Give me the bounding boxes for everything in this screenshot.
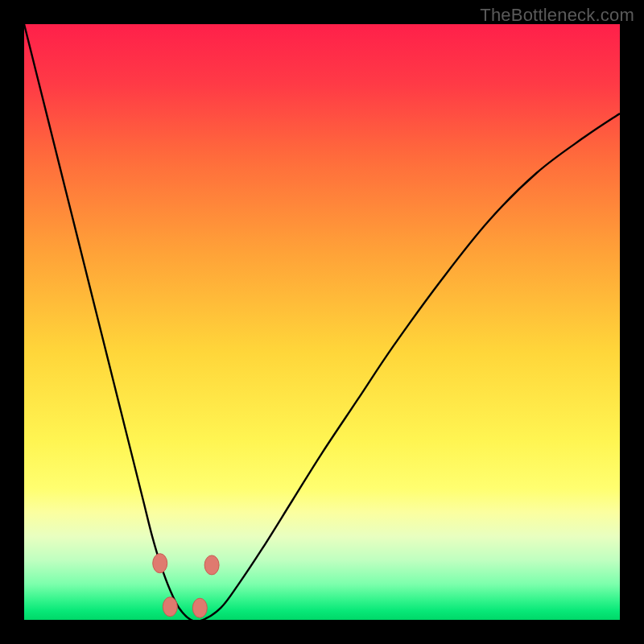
curve-marker	[153, 554, 167, 573]
chart-stage: TheBottleneck.com	[0, 0, 644, 644]
watermark-text: TheBottleneck.com	[480, 5, 634, 26]
curve-markers	[153, 554, 219, 618]
curve-marker	[192, 598, 207, 617]
curve-marker	[204, 555, 219, 575]
plot-area	[24, 24, 620, 620]
bottleneck-curve	[24, 24, 620, 620]
curve-marker	[163, 597, 177, 617]
